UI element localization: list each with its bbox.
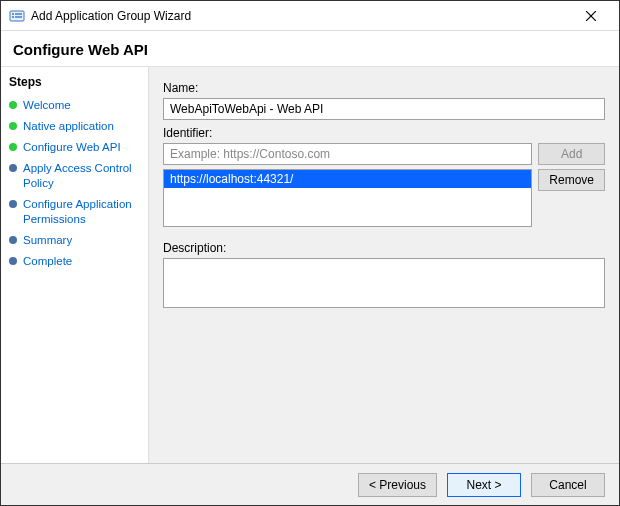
svg-rect-0 bbox=[10, 11, 24, 21]
identifier-input[interactable] bbox=[163, 143, 532, 165]
wizard-footer: < Previous Next > Cancel bbox=[1, 463, 619, 505]
step-bullet-icon bbox=[9, 122, 17, 130]
svg-point-1 bbox=[12, 13, 14, 15]
identifier-label: Identifier: bbox=[163, 126, 605, 140]
remove-identifier-button[interactable]: Remove bbox=[538, 169, 605, 191]
page-heading: Configure Web API bbox=[1, 31, 619, 67]
description-label: Description: bbox=[163, 241, 605, 255]
step-label: Apply Access Control Policy bbox=[23, 161, 140, 191]
step-bullet-icon bbox=[9, 164, 17, 172]
step-label: Welcome bbox=[23, 98, 71, 113]
step-summary[interactable]: Summary bbox=[9, 230, 140, 251]
cancel-button[interactable]: Cancel bbox=[531, 473, 605, 497]
add-identifier-button[interactable]: Add bbox=[538, 143, 605, 165]
step-label: Complete bbox=[23, 254, 72, 269]
identifier-list-item[interactable]: https://localhost:44321/ bbox=[164, 170, 531, 188]
steps-title: Steps bbox=[9, 75, 140, 89]
wizard-icon bbox=[9, 8, 25, 24]
next-button[interactable]: Next > bbox=[447, 473, 521, 497]
name-input[interactable] bbox=[163, 98, 605, 120]
svg-rect-4 bbox=[15, 16, 22, 17]
identifier-listbox[interactable]: https://localhost:44321/ bbox=[163, 169, 532, 227]
step-configure-web-api[interactable]: Configure Web API bbox=[9, 137, 140, 158]
title-bar: Add Application Group Wizard bbox=[1, 1, 619, 31]
step-label: Summary bbox=[23, 233, 72, 248]
step-complete[interactable]: Complete bbox=[9, 251, 140, 272]
step-configure-application-permissions[interactable]: Configure Application Permissions bbox=[9, 194, 140, 230]
step-label: Configure Application Permissions bbox=[23, 197, 140, 227]
step-bullet-icon bbox=[9, 101, 17, 109]
step-welcome[interactable]: Welcome bbox=[9, 95, 140, 116]
previous-button[interactable]: < Previous bbox=[358, 473, 437, 497]
form-panel: Name: Identifier: https://localhost:4432… bbox=[149, 67, 619, 463]
svg-rect-3 bbox=[15, 13, 22, 14]
wizard-body: Steps Welcome Native application Configu… bbox=[1, 67, 619, 463]
step-apply-access-control-policy[interactable]: Apply Access Control Policy bbox=[9, 158, 140, 194]
step-bullet-icon bbox=[9, 236, 17, 244]
description-textarea[interactable] bbox=[163, 258, 605, 308]
step-bullet-icon bbox=[9, 200, 17, 208]
step-bullet-icon bbox=[9, 143, 17, 151]
step-native-application[interactable]: Native application bbox=[9, 116, 140, 137]
step-label: Configure Web API bbox=[23, 140, 121, 155]
svg-point-2 bbox=[12, 16, 14, 18]
step-label: Native application bbox=[23, 119, 114, 134]
close-button[interactable] bbox=[571, 2, 611, 30]
step-bullet-icon bbox=[9, 257, 17, 265]
window-title: Add Application Group Wizard bbox=[31, 9, 571, 23]
close-icon bbox=[586, 11, 596, 21]
steps-sidebar: Steps Welcome Native application Configu… bbox=[1, 67, 149, 463]
name-label: Name: bbox=[163, 81, 605, 95]
